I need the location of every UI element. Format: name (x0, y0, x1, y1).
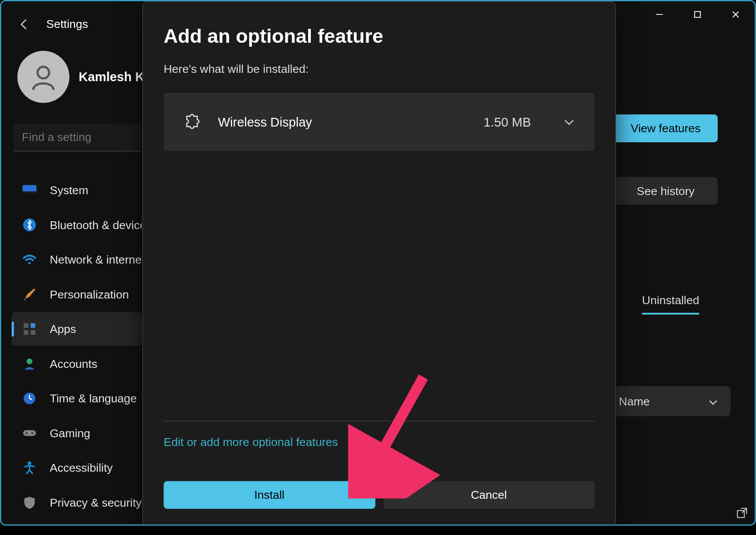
svg-rect-1 (694, 12, 700, 17)
tab-label: Uninstalled (642, 294, 699, 306)
apps-icon (22, 322, 37, 336)
sort-dropdown[interactable]: Name (606, 386, 731, 416)
cancel-button[interactable]: Cancel (383, 481, 594, 509)
sidebar: System Bluetooth & devices Network & int… (12, 174, 142, 519)
maximize-button[interactable] (678, 1, 716, 28)
dialog-title: Add an optional feature (164, 25, 594, 48)
feature-row[interactable]: Wireless Display 1.50 MB (164, 93, 594, 151)
sidebar-item-personalization[interactable]: Personalization (12, 278, 142, 311)
feature-name: Wireless Display (218, 115, 467, 130)
page-title: Settings (46, 17, 88, 31)
svg-point-13 (27, 359, 32, 364)
sidebar-item-label: Accounts (50, 357, 97, 370)
sidebar-item-bluetooth[interactable]: Bluetooth & devices (12, 208, 142, 242)
chevron-down-icon (708, 394, 718, 408)
svg-rect-15 (23, 430, 36, 436)
person-icon (22, 356, 37, 371)
svg-point-16 (25, 432, 27, 434)
dialog-subtitle: Here's what will be installed: (164, 62, 594, 75)
link-label: Edit or add more optional features (164, 436, 338, 448)
tab-uninstalled[interactable]: Uninstalled (642, 294, 699, 315)
monitor-icon (22, 183, 37, 198)
svg-point-8 (28, 262, 31, 264)
sidebar-item-label: Accessibility (50, 461, 113, 474)
minimize-button[interactable] (640, 1, 678, 28)
button-label: View features (631, 122, 701, 135)
paintbrush-icon (22, 287, 37, 302)
accessibility-icon (22, 460, 37, 475)
profile-block[interactable]: Kamlesh Ku (17, 51, 152, 103)
search-input[interactable] (14, 124, 141, 152)
sidebar-item-label: Privacy & security (50, 496, 142, 509)
sidebar-item-label: Bluetooth & devices (50, 218, 142, 231)
sidebar-item-privacy[interactable]: Privacy & security (12, 486, 142, 519)
window-controls (640, 1, 755, 28)
profile-name: Kamlesh Ku (79, 69, 152, 84)
sidebar-item-gaming[interactable]: Gaming (12, 416, 142, 450)
sidebar-item-accessibility[interactable]: Accessibility (12, 451, 142, 485)
wifi-icon (22, 252, 37, 267)
sidebar-item-label: Gaming (50, 426, 90, 439)
sidebar-item-apps[interactable]: Apps (12, 312, 142, 346)
sidebar-item-label: Network & internet (50, 253, 142, 266)
sidebar-item-label: System (50, 184, 88, 197)
puzzle-icon (183, 113, 201, 132)
sidebar-item-network[interactable]: Network & internet (12, 243, 142, 277)
popout-icon[interactable] (736, 507, 748, 521)
sidebar-item-label: Apps (50, 322, 76, 336)
sidebar-item-label: Time & language (50, 392, 137, 405)
feature-size: 1.50 MB (484, 115, 531, 130)
clock-icon (22, 391, 37, 406)
sidebar-item-time-language[interactable]: Time & language (12, 382, 142, 415)
see-history-button[interactable]: See history (614, 177, 718, 205)
sidebar-item-system[interactable]: System (12, 174, 142, 207)
svg-point-17 (31, 432, 34, 434)
sidebar-item-accounts[interactable]: Accounts (12, 347, 142, 381)
chevron-down-icon (564, 117, 575, 127)
sort-label: Name (619, 394, 650, 408)
svg-point-18 (28, 461, 31, 465)
sidebar-item-label: Personalization (50, 288, 129, 301)
button-label: Cancel (471, 488, 507, 501)
separator (164, 421, 594, 422)
avatar (17, 51, 69, 103)
add-feature-dialog: Add an optional feature Here's what will… (142, 1, 616, 526)
button-label: See history (637, 184, 695, 197)
back-button[interactable] (17, 17, 31, 35)
dialog-button-row: Install Cancel (164, 481, 594, 509)
svg-rect-12 (31, 330, 35, 335)
settings-window: Settings Kamlesh Ku System Bluetooth & d… (0, 0, 756, 525)
bluetooth-icon (22, 217, 37, 232)
svg-point-4 (38, 67, 49, 79)
svg-rect-11 (24, 330, 28, 335)
svg-rect-10 (31, 323, 35, 328)
edit-features-link[interactable]: Edit or add more optional features (164, 436, 594, 449)
gamepad-icon (22, 425, 37, 440)
button-label: Install (254, 488, 285, 501)
shield-icon (22, 495, 37, 510)
view-features-button[interactable]: View features (614, 114, 718, 142)
svg-rect-9 (24, 323, 28, 328)
close-button[interactable] (717, 1, 755, 28)
install-button[interactable]: Install (164, 481, 375, 509)
svg-rect-6 (23, 192, 37, 194)
